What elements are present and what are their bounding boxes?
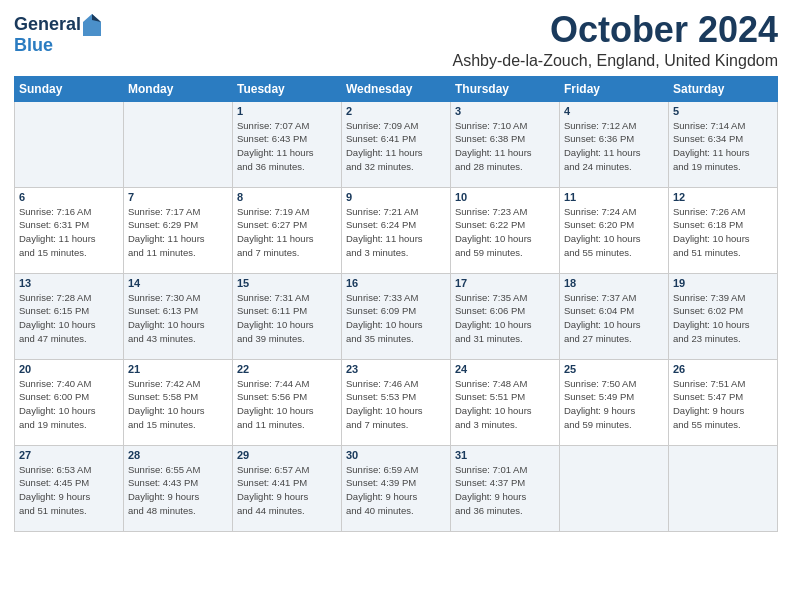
day-number: 21: [128, 363, 228, 375]
col-wednesday: Wednesday: [342, 76, 451, 101]
calendar-cell: 3Sunrise: 7:10 AM Sunset: 6:38 PM Daylig…: [451, 101, 560, 187]
location-subtitle: Ashby-de-la-Zouch, England, United Kingd…: [452, 52, 778, 70]
day-info: Sunrise: 7:16 AM Sunset: 6:31 PM Dayligh…: [19, 205, 119, 260]
calendar-cell: 31Sunrise: 7:01 AM Sunset: 4:37 PM Dayli…: [451, 445, 560, 531]
day-info: Sunrise: 7:37 AM Sunset: 6:04 PM Dayligh…: [564, 291, 664, 346]
day-number: 28: [128, 449, 228, 461]
day-info: Sunrise: 7:39 AM Sunset: 6:02 PM Dayligh…: [673, 291, 773, 346]
title-section: October 2024 Ashby-de-la-Zouch, England,…: [452, 10, 778, 70]
col-saturday: Saturday: [669, 76, 778, 101]
calendar-cell: 29Sunrise: 6:57 AM Sunset: 4:41 PM Dayli…: [233, 445, 342, 531]
day-number: 19: [673, 277, 773, 289]
day-info: Sunrise: 7:12 AM Sunset: 6:36 PM Dayligh…: [564, 119, 664, 174]
day-number: 29: [237, 449, 337, 461]
calendar-cell: 8Sunrise: 7:19 AM Sunset: 6:27 PM Daylig…: [233, 187, 342, 273]
day-number: 15: [237, 277, 337, 289]
calendar-cell: 26Sunrise: 7:51 AM Sunset: 5:47 PM Dayli…: [669, 359, 778, 445]
calendar-cell: [669, 445, 778, 531]
day-number: 6: [19, 191, 119, 203]
col-sunday: Sunday: [15, 76, 124, 101]
col-tuesday: Tuesday: [233, 76, 342, 101]
week-row-5: 27Sunrise: 6:53 AM Sunset: 4:45 PM Dayli…: [15, 445, 778, 531]
col-monday: Monday: [124, 76, 233, 101]
day-number: 31: [455, 449, 555, 461]
month-title: October 2024: [452, 10, 778, 50]
day-info: Sunrise: 7:14 AM Sunset: 6:34 PM Dayligh…: [673, 119, 773, 174]
day-number: 4: [564, 105, 664, 117]
day-number: 3: [455, 105, 555, 117]
day-info: Sunrise: 7:09 AM Sunset: 6:41 PM Dayligh…: [346, 119, 446, 174]
calendar-cell: 21Sunrise: 7:42 AM Sunset: 5:58 PM Dayli…: [124, 359, 233, 445]
day-number: 1: [237, 105, 337, 117]
day-info: Sunrise: 6:55 AM Sunset: 4:43 PM Dayligh…: [128, 463, 228, 518]
day-info: Sunrise: 7:30 AM Sunset: 6:13 PM Dayligh…: [128, 291, 228, 346]
day-info: Sunrise: 6:57 AM Sunset: 4:41 PM Dayligh…: [237, 463, 337, 518]
day-number: 27: [19, 449, 119, 461]
calendar-table: Sunday Monday Tuesday Wednesday Thursday…: [14, 76, 778, 532]
day-number: 2: [346, 105, 446, 117]
calendar-cell: [15, 101, 124, 187]
day-info: Sunrise: 7:35 AM Sunset: 6:06 PM Dayligh…: [455, 291, 555, 346]
calendar-cell: 28Sunrise: 6:55 AM Sunset: 4:43 PM Dayli…: [124, 445, 233, 531]
day-number: 24: [455, 363, 555, 375]
calendar-cell: 13Sunrise: 7:28 AM Sunset: 6:15 PM Dayli…: [15, 273, 124, 359]
day-info: Sunrise: 7:26 AM Sunset: 6:18 PM Dayligh…: [673, 205, 773, 260]
day-info: Sunrise: 7:42 AM Sunset: 5:58 PM Dayligh…: [128, 377, 228, 432]
col-thursday: Thursday: [451, 76, 560, 101]
week-row-4: 20Sunrise: 7:40 AM Sunset: 6:00 PM Dayli…: [15, 359, 778, 445]
week-row-2: 6Sunrise: 7:16 AM Sunset: 6:31 PM Daylig…: [15, 187, 778, 273]
day-number: 23: [346, 363, 446, 375]
day-number: 13: [19, 277, 119, 289]
calendar-cell: 25Sunrise: 7:50 AM Sunset: 5:49 PM Dayli…: [560, 359, 669, 445]
calendar-cell: 6Sunrise: 7:16 AM Sunset: 6:31 PM Daylig…: [15, 187, 124, 273]
day-info: Sunrise: 7:33 AM Sunset: 6:09 PM Dayligh…: [346, 291, 446, 346]
day-number: 25: [564, 363, 664, 375]
header-row: Sunday Monday Tuesday Wednesday Thursday…: [15, 76, 778, 101]
calendar-cell: 2Sunrise: 7:09 AM Sunset: 6:41 PM Daylig…: [342, 101, 451, 187]
logo-text-blue: Blue: [14, 35, 53, 55]
day-number: 5: [673, 105, 773, 117]
day-info: Sunrise: 7:07 AM Sunset: 6:43 PM Dayligh…: [237, 119, 337, 174]
day-number: 7: [128, 191, 228, 203]
logo-text-general: General: [14, 15, 81, 35]
day-info: Sunrise: 7:46 AM Sunset: 5:53 PM Dayligh…: [346, 377, 446, 432]
calendar-cell: 30Sunrise: 6:59 AM Sunset: 4:39 PM Dayli…: [342, 445, 451, 531]
calendar-cell: 27Sunrise: 6:53 AM Sunset: 4:45 PM Dayli…: [15, 445, 124, 531]
day-info: Sunrise: 7:44 AM Sunset: 5:56 PM Dayligh…: [237, 377, 337, 432]
calendar-cell: 23Sunrise: 7:46 AM Sunset: 5:53 PM Dayli…: [342, 359, 451, 445]
day-info: Sunrise: 7:50 AM Sunset: 5:49 PM Dayligh…: [564, 377, 664, 432]
day-info: Sunrise: 7:48 AM Sunset: 5:51 PM Dayligh…: [455, 377, 555, 432]
day-info: Sunrise: 6:53 AM Sunset: 4:45 PM Dayligh…: [19, 463, 119, 518]
calendar-cell: 12Sunrise: 7:26 AM Sunset: 6:18 PM Dayli…: [669, 187, 778, 273]
calendar-cell: 15Sunrise: 7:31 AM Sunset: 6:11 PM Dayli…: [233, 273, 342, 359]
calendar-cell: 11Sunrise: 7:24 AM Sunset: 6:20 PM Dayli…: [560, 187, 669, 273]
day-info: Sunrise: 7:23 AM Sunset: 6:22 PM Dayligh…: [455, 205, 555, 260]
day-number: 30: [346, 449, 446, 461]
day-number: 20: [19, 363, 119, 375]
day-info: Sunrise: 6:59 AM Sunset: 4:39 PM Dayligh…: [346, 463, 446, 518]
day-info: Sunrise: 7:31 AM Sunset: 6:11 PM Dayligh…: [237, 291, 337, 346]
day-number: 26: [673, 363, 773, 375]
day-number: 10: [455, 191, 555, 203]
day-number: 12: [673, 191, 773, 203]
calendar-cell: 5Sunrise: 7:14 AM Sunset: 6:34 PM Daylig…: [669, 101, 778, 187]
day-info: Sunrise: 7:01 AM Sunset: 4:37 PM Dayligh…: [455, 463, 555, 518]
calendar-cell: 10Sunrise: 7:23 AM Sunset: 6:22 PM Dayli…: [451, 187, 560, 273]
calendar-cell: [560, 445, 669, 531]
main-container: General Blue October 2024 Ashby-de-la-Zo…: [0, 0, 792, 540]
day-info: Sunrise: 7:10 AM Sunset: 6:38 PM Dayligh…: [455, 119, 555, 174]
day-number: 18: [564, 277, 664, 289]
calendar-cell: 7Sunrise: 7:17 AM Sunset: 6:29 PM Daylig…: [124, 187, 233, 273]
day-info: Sunrise: 7:28 AM Sunset: 6:15 PM Dayligh…: [19, 291, 119, 346]
logo-icon: [83, 14, 101, 36]
calendar-cell: 1Sunrise: 7:07 AM Sunset: 6:43 PM Daylig…: [233, 101, 342, 187]
calendar-cell: 17Sunrise: 7:35 AM Sunset: 6:06 PM Dayli…: [451, 273, 560, 359]
week-row-3: 13Sunrise: 7:28 AM Sunset: 6:15 PM Dayli…: [15, 273, 778, 359]
day-info: Sunrise: 7:51 AM Sunset: 5:47 PM Dayligh…: [673, 377, 773, 432]
day-number: 17: [455, 277, 555, 289]
calendar-cell: 24Sunrise: 7:48 AM Sunset: 5:51 PM Dayli…: [451, 359, 560, 445]
calendar-cell: 19Sunrise: 7:39 AM Sunset: 6:02 PM Dayli…: [669, 273, 778, 359]
day-number: 9: [346, 191, 446, 203]
day-info: Sunrise: 7:40 AM Sunset: 6:00 PM Dayligh…: [19, 377, 119, 432]
calendar-cell: 14Sunrise: 7:30 AM Sunset: 6:13 PM Dayli…: [124, 273, 233, 359]
